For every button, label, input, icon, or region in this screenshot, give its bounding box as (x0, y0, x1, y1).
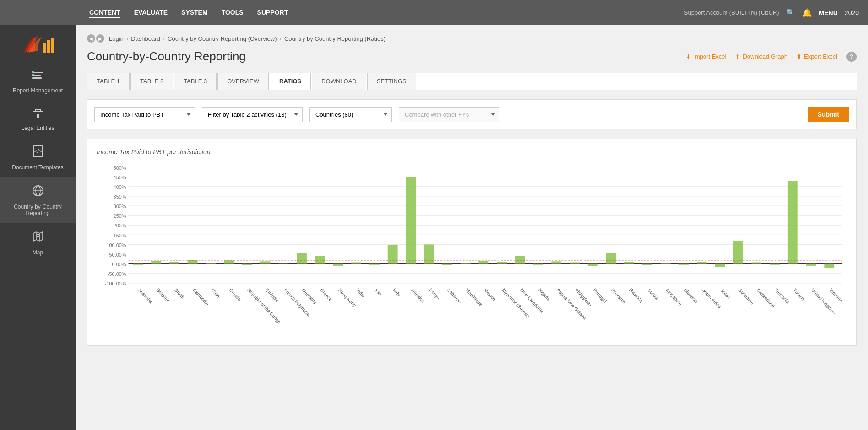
bar-tanzania (770, 264, 780, 265)
bar-germany (297, 253, 307, 263)
bar-belgium (151, 261, 161, 263)
svg-text:Italy: Italy (392, 287, 401, 297)
svg-text:Switzerland: Switzerland (756, 287, 776, 309)
sidebar-item-label: Legal Entities (21, 125, 54, 131)
tab-table1[interactable]: TABLE 1 (87, 73, 130, 90)
bar-lebanon (442, 264, 452, 265)
x-label-serbia: Serbia (647, 287, 660, 301)
tabs-container: TABLE 1 TABLE 2 TABLE 3 OVERVIEW RATIOS … (87, 73, 857, 90)
bar-serbia (642, 264, 652, 265)
x-label-portugal: Portugal (592, 287, 608, 304)
sidebar-item-legal-entities[interactable]: Legal Entities (0, 101, 76, 138)
bell-icon[interactable]: 🔔 (802, 8, 812, 18)
svg-text:Hong Kong: Hong Kong (337, 287, 357, 308)
search-icon[interactable]: 🔍 (786, 8, 795, 17)
x-label-greece: Greece (319, 287, 333, 302)
svg-text:South Africa: South Africa (701, 287, 722, 309)
svg-text:Mexico: Mexico (483, 287, 497, 302)
export-arrow-icon: ⬆ (797, 53, 802, 60)
account-label: Support Account (BUILT-IN) (CbCR) (684, 9, 779, 16)
x-label-cambodia: Cambodia (192, 287, 210, 306)
x-label-belgium: Belgium (156, 287, 171, 303)
page-header: Country-by-Country Reporting ⬇ Import Ex… (87, 49, 857, 64)
bar-romania (606, 253, 616, 263)
x-label-switzerland: Switzerland (756, 287, 776, 309)
bar-philippines (570, 263, 580, 264)
tab-overview[interactable]: OVERVIEW (217, 73, 269, 90)
nav-tools[interactable]: TOOLS (222, 8, 244, 18)
breadcrumb-back-button[interactable]: ◀ (87, 34, 95, 43)
download-graph-button[interactable]: ⬆ Download Graph (735, 53, 787, 60)
metric-dropdown[interactable]: Income Tax Paid to PBTEffective Tax Rate… (94, 107, 195, 122)
tab-settings[interactable]: SETTINGS (367, 73, 416, 90)
submit-button[interactable]: Submit (808, 107, 849, 122)
x-label-ethiopia: Ethiopia (265, 287, 280, 303)
svg-text:Vietnam: Vietnam (829, 287, 844, 303)
sidebar-item-label: Country-by-Country Reporting (5, 204, 71, 216)
nav-system[interactable]: SYSTEM (181, 8, 208, 18)
x-label-chile: Chile (210, 287, 221, 299)
svg-text:350%: 350% (114, 194, 126, 199)
menu-button[interactable]: MENU (819, 9, 838, 16)
compare-fy-dropdown[interactable]: Compare with other FYs201920182017 (399, 107, 499, 122)
svg-text:200%: 200% (114, 223, 126, 228)
x-label-australia: Australia (137, 287, 153, 304)
export-excel-button[interactable]: ⬆ Export Excel (797, 53, 837, 60)
bar-india (351, 263, 361, 264)
svg-text:Republic of the Congo: Republic of the Congo (246, 287, 282, 325)
chart-container: Income Tax Paid to PBT per Jurisdiction … (87, 139, 857, 346)
sidebar-item-cbcr[interactable]: Country-by-Country Reporting (0, 177, 76, 223)
breadcrumb-login[interactable]: Login (109, 35, 124, 42)
svg-text:-100.00%: -100.00% (105, 281, 126, 286)
tab-ratios[interactable]: RATIOS (270, 73, 311, 90)
svg-text:Greece: Greece (319, 287, 333, 302)
svg-text:Romania: Romania (610, 287, 627, 305)
nav-content[interactable]: CONTENT (89, 8, 120, 18)
nav-evaluate[interactable]: EVALUATE (134, 8, 168, 18)
bar-martinique (461, 263, 471, 264)
breadcrumb-overview[interactable]: Country by Country Reporting (Overview) (168, 35, 277, 42)
tab-download[interactable]: DOWNLOAD (312, 73, 366, 90)
x-label-singapore: Singapore (665, 287, 683, 306)
breadcrumb-sep-2: › (163, 35, 165, 42)
sidebar-item-label: Document Templates (12, 164, 64, 171)
bar-slovenia (678, 264, 689, 265)
chart-title: Income Tax Paid to PBT per Jurisdiction (97, 148, 847, 156)
sidebar-item-document-templates[interactable]: </> Document Templates (0, 138, 76, 177)
sidebar-item-report-management[interactable]: Report Management (0, 64, 76, 101)
svg-text:Tanzania: Tanzania (774, 287, 791, 305)
x-label-india: India (356, 287, 366, 298)
svg-text:250%: 250% (114, 213, 126, 219)
breadcrumb-forward-button[interactable]: ▶ (96, 34, 104, 43)
year-label: 2020 (845, 9, 859, 16)
import-label: Import Excel (693, 53, 726, 60)
svg-text:Chile: Chile (210, 287, 221, 299)
help-button[interactable]: ? (846, 52, 857, 62)
svg-rect-11 (37, 114, 39, 118)
x-label-philippines: Philippines (574, 287, 593, 307)
svg-text:Tunisia: Tunisia (792, 287, 806, 302)
import-excel-button[interactable]: ⬇ Import Excel (686, 53, 726, 60)
sidebar-item-map[interactable]: Map (0, 223, 76, 263)
tab-table2[interactable]: TABLE 2 (130, 73, 173, 90)
svg-text:</>: </> (33, 149, 42, 154)
x-label-suriname: Suriname (738, 287, 755, 306)
bar-uk (806, 264, 816, 266)
countries-dropdown[interactable]: Countries (80)All CountriesTop 20 Countr… (309, 107, 392, 122)
breadcrumb-dashboard[interactable]: Dashboard (131, 35, 160, 42)
tab-table3[interactable]: TABLE 3 (174, 73, 217, 90)
x-label-tunisia: Tunisia (792, 287, 806, 302)
svg-text:Slovenia: Slovenia (683, 287, 699, 304)
x-label-brazil: Brazil (174, 287, 185, 300)
nav-support[interactable]: SUPPORT (257, 8, 288, 18)
controls-bar: Income Tax Paid to PBTEffective Tax Rate… (87, 99, 857, 129)
svg-text:India: India (356, 287, 366, 298)
x-label-iran: Iran (374, 287, 383, 297)
x-label-spain: Spain (719, 287, 731, 300)
bar-iran (369, 264, 380, 265)
nav-links: CONTENT EVALUATE SYSTEM TOOLS SUPPORT (89, 8, 288, 18)
bar-brazil (169, 262, 179, 263)
svg-text:300%: 300% (114, 204, 126, 209)
logo-graphic (20, 34, 56, 55)
activities-dropdown[interactable]: Filter by Table 2 activities (13)All act… (202, 107, 303, 122)
